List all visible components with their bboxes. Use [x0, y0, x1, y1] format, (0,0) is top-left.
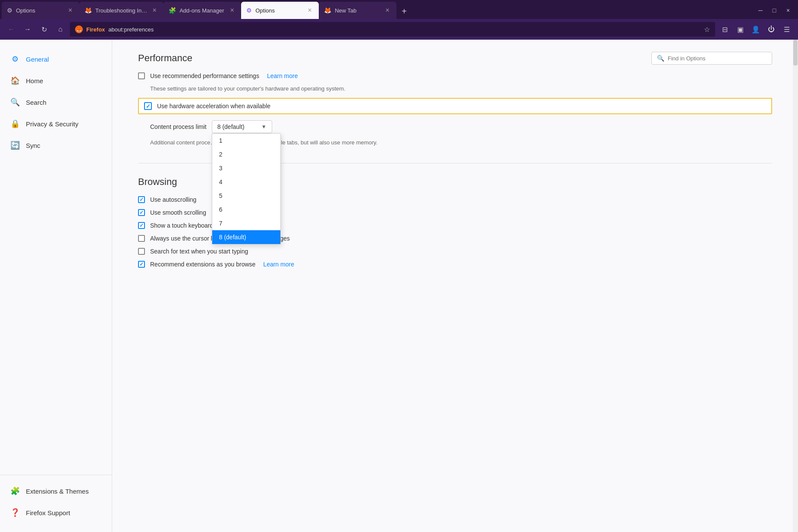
minimize-button[interactable]: ─	[754, 4, 767, 17]
menu-button[interactable]: ☰	[780, 22, 794, 36]
restore-button[interactable]: □	[768, 4, 781, 17]
tab-newtab-close[interactable]: ×	[383, 6, 391, 14]
autoscrolling-label: Use autoscrolling	[150, 196, 196, 203]
sidebar-item-home[interactable]: 🏠 Home	[0, 70, 112, 91]
home-button[interactable]: ⌂	[53, 22, 67, 36]
sidebar-item-extensions[interactable]: 🧩 Extensions & Themes	[0, 480, 112, 502]
scrollbar-thumb[interactable]	[793, 40, 798, 66]
sidebar-item-sync[interactable]: 🔄 Sync	[0, 135, 112, 156]
tab-newtab[interactable]: 🦊 New Tab ×	[319, 2, 396, 19]
forward-button[interactable]: →	[21, 22, 35, 36]
find-in-options-input-wrapper[interactable]: 🔍	[651, 52, 772, 65]
main-layout: ⚙ General 🏠 Home 🔍 Search 🔒 Privacy & Se…	[0, 40, 798, 532]
firefox-logo: 🦊	[75, 25, 83, 33]
content-process-dropdown-menu: 1 2 3 4 5 6 7 8 (default)	[212, 133, 281, 244]
recommend-extensions-row: Recommend extensions as you browse Learn…	[138, 261, 772, 268]
content-process-row: Content process limit 8 (default) ▼ 1 2 …	[150, 120, 772, 133]
recommend-extensions-checkbox[interactable]	[138, 261, 145, 268]
tab-options1[interactable]: ⚙ Options ×	[2, 2, 79, 19]
tab-addons-close[interactable]: ×	[228, 6, 236, 14]
gear-icon: ⚙	[10, 54, 20, 64]
power-button[interactable]: ⏻	[764, 22, 778, 36]
help-icon: ❓	[10, 508, 20, 517]
back-button[interactable]: ←	[4, 22, 18, 36]
window-controls: ─ □ ×	[754, 2, 798, 19]
tab-options2-label: Options	[255, 7, 275, 14]
search-icon: 🔍	[10, 97, 20, 107]
content-process-label: Content process limit	[150, 123, 207, 130]
address-bar[interactable]: 🦊 Firefox about:preferences ☆	[70, 22, 715, 37]
close-window-button[interactable]: ×	[782, 4, 795, 17]
gear-active-icon: ⚙	[246, 7, 252, 14]
new-tab-button[interactable]: +	[396, 3, 412, 19]
sidebar-item-home-label: Home	[26, 77, 43, 84]
cursor-keys-checkbox[interactable]	[138, 235, 145, 242]
dropdown-option-6[interactable]: 6	[212, 203, 280, 216]
hw-acceleration-label: Use hardware acceleration when available	[157, 103, 270, 110]
recommended-learn-more-link[interactable]: Learn more	[267, 72, 298, 79]
tab-options2[interactable]: ⚙ Options ×	[241, 2, 319, 19]
dropdown-option-4[interactable]: 4	[212, 175, 280, 189]
account-button[interactable]: 👤	[749, 22, 763, 36]
sidebar-item-privacy[interactable]: 🔒 Privacy & Security	[0, 113, 112, 135]
bookmark-star[interactable]: ☆	[704, 25, 710, 34]
sidebar-item-general-label: General	[26, 56, 49, 63]
firefox-newtab-icon: 🦊	[324, 7, 331, 14]
tab-addons-label: Add-ons Manager	[179, 7, 224, 14]
sidebar-toggle[interactable]: ▣	[733, 22, 747, 36]
tab-newtab-label: New Tab	[335, 7, 356, 14]
library-button[interactable]: ⊟	[718, 22, 732, 36]
gear-icon: ⚙	[7, 7, 13, 14]
sidebar-item-search-label: Search	[26, 99, 47, 106]
recommended-settings-row: Use recommended performance settings Lea…	[138, 72, 772, 79]
lock-icon: 🔒	[10, 119, 20, 128]
find-search-icon: 🔍	[657, 55, 664, 62]
sidebar-item-search[interactable]: 🔍 Search	[0, 91, 112, 113]
autoscrolling-checkbox[interactable]	[138, 196, 145, 203]
dropdown-option-3[interactable]: 3	[212, 161, 280, 175]
smooth-scrolling-label: Use smooth scrolling	[150, 209, 206, 216]
recommend-extensions-learn-more[interactable]: Learn more	[263, 261, 294, 268]
performance-description: These settings are tailored to your comp…	[150, 85, 772, 92]
extensions-icon: 🧩	[10, 486, 20, 496]
smooth-scrolling-checkbox[interactable]	[138, 209, 145, 216]
hw-acceleration-checkbox[interactable]	[144, 102, 152, 110]
sidebar-item-privacy-label: Privacy & Security	[26, 120, 79, 128]
sync-icon: 🔄	[10, 141, 20, 150]
url-display[interactable]: about:preferences	[108, 26, 701, 33]
process-description-start: Additional content proce	[150, 139, 210, 146]
tab-addons[interactable]: 🧩 Add-ons Manager ×	[163, 2, 241, 19]
sidebar-item-sync-label: Sync	[26, 142, 40, 149]
dropdown-option-2[interactable]: 2	[212, 147, 280, 161]
sidebar-item-support[interactable]: ❓ Firefox Support	[0, 502, 112, 523]
touch-keyboard-checkbox[interactable]	[138, 222, 145, 229]
dropdown-option-1[interactable]: 1	[212, 134, 280, 147]
scrollbar[interactable]	[793, 40, 798, 532]
firefox-label: Firefox	[86, 26, 105, 33]
tab-troubleshooting[interactable]: 🦊 Troubleshooting In… ×	[79, 2, 163, 19]
home-icon: 🏠	[10, 76, 20, 85]
sidebar-item-support-label: Firefox Support	[26, 509, 70, 516]
tab-options2-close[interactable]: ×	[306, 6, 314, 14]
sidebar: ⚙ General 🏠 Home 🔍 Search 🔒 Privacy & Se…	[0, 40, 112, 532]
find-in-options-input[interactable]	[668, 55, 767, 62]
recommended-settings-checkbox[interactable]	[138, 72, 145, 79]
dropdown-chevron-icon: ▼	[261, 124, 267, 130]
reload-button[interactable]: ↻	[37, 22, 51, 36]
tab-options1-label: Options	[16, 7, 35, 14]
search-typing-row: Search for text when you start typing	[138, 248, 772, 255]
dropdown-option-8-default[interactable]: 8 (default)	[212, 230, 280, 244]
content-process-dropdown-trigger[interactable]: 8 (default) ▼	[212, 120, 272, 133]
dropdown-option-7[interactable]: 7	[212, 216, 280, 230]
search-typing-label: Search for text when you start typing	[150, 248, 248, 255]
navigation-bar: ← → ↻ ⌂ 🦊 Firefox about:preferences ☆ ⊟ …	[0, 19, 798, 40]
tab-options1-close[interactable]: ×	[66, 6, 74, 14]
dropdown-option-5[interactable]: 5	[212, 189, 280, 203]
tab-troubleshooting-close[interactable]: ×	[151, 6, 158, 14]
sidebar-item-general[interactable]: ⚙ General	[0, 48, 112, 70]
recommend-extensions-label: Recommend extensions as you browse	[150, 261, 255, 268]
tab-troubleshooting-label: Troubleshooting In…	[95, 7, 147, 14]
content-process-dropdown-container: 8 (default) ▼ 1 2 3 4 5 6 7 8 (default)	[212, 120, 272, 133]
search-typing-checkbox[interactable]	[138, 248, 145, 255]
content-area: 🔍 Performance Use recommended performanc…	[112, 40, 798, 532]
